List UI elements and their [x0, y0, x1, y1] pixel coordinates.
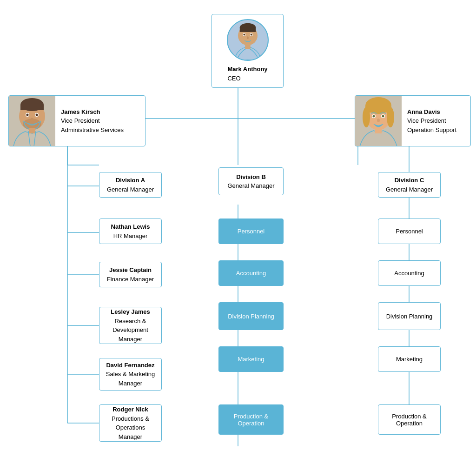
vp-left-node: James Kirsch Vice President Administrati… — [8, 95, 145, 146]
division-c-node: Division C General Manager — [378, 172, 441, 198]
div-b-report-4: Marketing — [218, 346, 284, 372]
ceo-name-label: Mark Anthony CEO — [227, 65, 267, 83]
div-c-report-2: Accounting — [378, 260, 441, 286]
svg-rect-38 — [245, 45, 250, 49]
div-c-report-4: Marketing — [378, 346, 441, 372]
svg-point-54 — [363, 107, 370, 127]
svg-point-58 — [373, 115, 375, 118]
svg-point-37 — [247, 36, 249, 39]
vp-left-text: James Kirsch Vice President Administrati… — [55, 104, 129, 139]
svg-point-35 — [243, 34, 245, 36]
svg-rect-42 — [20, 105, 44, 110]
vp-left-photo — [9, 95, 55, 146]
svg-rect-61 — [375, 128, 382, 133]
svg-point-36 — [250, 34, 252, 36]
div-a-report-2: Jessie Captain Finance Manager — [99, 262, 162, 287]
svg-rect-32 — [239, 27, 255, 32]
vp-right-text: Anna Davis Vice President Operation Supp… — [402, 104, 462, 139]
div-b-report-3: Division Planning — [218, 302, 284, 330]
svg-rect-49 — [29, 128, 35, 133]
div-a-report-3: Lesley James Research &DevelopmentManage… — [99, 307, 162, 344]
div-b-report-2: Accounting — [218, 260, 284, 286]
div-c-report-1: Personnel — [378, 219, 441, 244]
svg-point-46 — [36, 114, 38, 116]
div-a-report-5: Rodger Nick Productions &OperationsManag… — [99, 404, 162, 442]
svg-point-60 — [377, 119, 380, 122]
svg-point-55 — [387, 107, 394, 127]
ceo-node: Mark Anthony CEO — [212, 14, 284, 88]
div-c-report-5: Production &Operation — [378, 404, 441, 435]
division-a-node: Division A General Manager — [99, 172, 162, 198]
svg-point-45 — [26, 114, 29, 116]
ceo-photo — [227, 19, 269, 61]
div-a-report-4: David Fernandez Sales & MarketingManager — [99, 358, 162, 391]
div-c-report-3: Division Planning — [378, 302, 441, 330]
div-b-report-1: Personnel — [218, 219, 284, 244]
div-a-report-1: Nathan Lewis HR Manager — [99, 219, 162, 244]
svg-point-59 — [382, 115, 384, 118]
vp-right-node: Anna Davis Vice President Operation Supp… — [355, 95, 471, 146]
vp-right-photo — [355, 95, 402, 146]
div-b-report-5: Production &Operation — [218, 404, 284, 435]
division-b-node: Division B General Manager — [218, 167, 284, 195]
org-chart: Mark Anthony CEO — [0, 0, 476, 457]
